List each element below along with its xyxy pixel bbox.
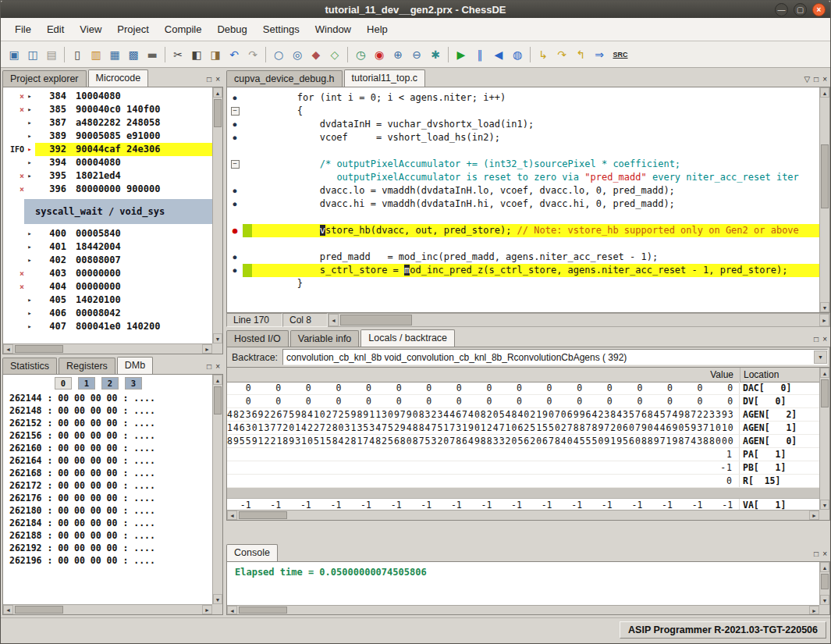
workspace-icon[interactable]: ▤ [42, 45, 61, 64]
minimize-button[interactable]: — [775, 3, 788, 16]
scroll-thumb[interactable] [821, 574, 829, 589]
scroll-down-icon[interactable]: ▼ [213, 333, 222, 343]
microcode-row[interactable]: ×▸38410004080 [3, 90, 212, 103]
microcode-row[interactable]: IFO▸39290044caf 24e306 [3, 143, 212, 156]
code-line[interactable] [227, 237, 819, 251]
paste-icon[interactable]: ◨ [206, 45, 225, 64]
code-line[interactable] [227, 144, 819, 158]
tab-registers[interactable]: Registers [59, 358, 115, 374]
float-panel-icon[interactable]: □ [814, 75, 819, 84]
scroll-track[interactable] [820, 378, 829, 500]
scroll-up-icon[interactable]: ▲ [820, 87, 829, 98]
microcode-row[interactable]: ▸39400004080 [3, 156, 212, 169]
menu-window[interactable]: Window [307, 20, 359, 39]
microcode-row[interactable]: ×▸39518021ed4 [3, 169, 212, 183]
scroll-up-icon[interactable]: ▲ [213, 87, 222, 98]
code-line[interactable] [227, 211, 819, 224]
reset-icon[interactable]: ◀ [489, 45, 508, 64]
memory-row[interactable]: 262164 : 00 00 00 00 : .... [3, 454, 212, 467]
menu-project[interactable]: Project [109, 20, 156, 39]
tab-list-icon[interactable]: ▽ [804, 75, 810, 84]
memory-row[interactable]: 262148 : 00 00 00 00 : .... [3, 404, 212, 417]
code-line[interactable]: ● vcoef = vshort_load_hs(in2); [227, 131, 819, 144]
code-line[interactable]: ● for (int i = 0; i < agens.niter; i++) [227, 91, 819, 105]
step-into-icon[interactable]: ↳ [534, 45, 552, 64]
save-all-icon[interactable]: ▩ [124, 45, 143, 64]
code-line[interactable]: ● dvacc.hi = vmaddh(dvdataInH.hi, vcoef,… [227, 197, 819, 211]
tab-microcode[interactable]: Microcode [88, 69, 149, 87]
maximize-button[interactable]: ▢ [794, 3, 807, 16]
float-panel-icon[interactable]: □ [814, 550, 819, 558]
memory-row[interactable]: 262168 : 00 00 00 00 : .... [3, 467, 212, 479]
close-panel-icon[interactable]: × [822, 550, 827, 558]
vertical-scrollbar[interactable]: ▲ ▼ [819, 87, 829, 312]
vertical-scrollbar[interactable]: ▲ ▼ [212, 375, 222, 604]
print-icon[interactable]: ▬ [143, 45, 162, 64]
microcode-row[interactable]: ×40400000000 [3, 280, 212, 294]
tab-console[interactable]: Console [226, 544, 278, 561]
code-line[interactable]: outputPixelAccumulator is reset to zero … [227, 171, 819, 184]
file-tab-tutorial11-top-c[interactable]: tutorial11_top.c [344, 69, 426, 87]
redo-icon[interactable]: ↷ [243, 45, 262, 64]
table-row[interactable]: 00000000000000000DAC[ 0] [227, 382, 819, 395]
scroll-track[interactable] [213, 385, 222, 594]
src-level-icon[interactable]: SRC [609, 45, 632, 64]
fold-icon[interactable]: − [231, 160, 240, 169]
scroll-left-icon[interactable]: ◄ [227, 606, 237, 614]
stop-icon[interactable]: ◉ [370, 45, 389, 64]
chevron-down-icon[interactable]: ▼ [814, 350, 827, 364]
memory-row[interactable]: 262160 : 00 00 00 00 : .... [3, 442, 212, 454]
goto-line-icon[interactable]: ◇ [325, 45, 344, 64]
save-icon[interactable]: ▦ [105, 45, 124, 64]
new-file-icon[interactable]: ▯ [68, 45, 87, 64]
scroll-up-icon[interactable]: ▲ [213, 375, 222, 385]
microcode-row[interactable]: ▸40200808007 [3, 254, 212, 267]
close-panel-icon[interactable]: × [822, 335, 827, 343]
power-icon[interactable]: ◍ [508, 45, 527, 64]
memory-row[interactable]: 262156 : 00 00 00 00 : .... [3, 429, 212, 442]
memory-row[interactable]: 262188 : 00 00 00 00 : .... [3, 529, 212, 542]
code-line[interactable]: ● dvacc.lo = vmaddh(dvdataInH.lo, vcoef,… [227, 184, 819, 197]
scroll-right-icon[interactable]: ► [809, 606, 819, 614]
menu-file[interactable]: File [7, 20, 39, 39]
scroll-thumb[interactable] [239, 607, 287, 614]
location-column-header[interactable]: Location [740, 368, 819, 382]
memory-row[interactable]: 262196 : 00 00 00 00 : .... [3, 554, 212, 567]
tab-statistics[interactable]: Statistics [2, 358, 57, 374]
find-icon[interactable]: ○ [269, 45, 288, 64]
tab-locals-backtrace[interactable]: Locals / backtrace [360, 329, 455, 347]
memory-row[interactable]: 262176 : 00 00 00 00 : .... [3, 492, 212, 504]
microcode-row[interactable]: ▸38990005085 e91000 [3, 130, 212, 143]
microcode-row[interactable]: ▸40118442004 [3, 240, 212, 254]
menu-compile[interactable]: Compile [157, 20, 210, 39]
close-panel-icon[interactable]: × [215, 362, 220, 371]
scroll-track[interactable] [213, 98, 222, 333]
scroll-thumb[interactable] [214, 386, 222, 415]
file-tab-cupva-device-debug-h[interactable]: cupva_device_debug.h [226, 70, 343, 87]
copy-icon[interactable]: ◧ [187, 45, 206, 64]
float-panel-icon[interactable]: □ [207, 75, 211, 84]
microcode-row[interactable]: ×▸385900040c0 140f00 [3, 103, 212, 116]
scroll-right-icon[interactable]: ► [202, 605, 212, 614]
bookmark-icon[interactable]: ◆ [307, 45, 325, 64]
code-line[interactable]: ● s_ctrl_store = mod_inc_pred_z(s_ctrl_s… [227, 264, 819, 277]
horizontal-scrollbar[interactable]: ◄ ► [3, 604, 212, 614]
table-row[interactable]: -1PB[ 1] [227, 461, 819, 475]
step-over-icon[interactable]: ↷ [552, 45, 571, 64]
scroll-thumb[interactable] [15, 606, 63, 614]
scroll-track[interactable] [820, 572, 829, 595]
scroll-down-icon[interactable]: ▼ [213, 594, 222, 604]
menu-edit[interactable]: Edit [39, 20, 72, 39]
table-row[interactable]: 1PA[ 1] [227, 448, 819, 461]
code-line[interactable]: − /* outputPixelAccumulator += (int32_t)… [227, 158, 819, 171]
scroll-left-icon[interactable]: ◄ [227, 511, 237, 520]
table-row[interactable] [227, 488, 819, 499]
zoom-out-icon[interactable]: ⊖ [407, 45, 426, 64]
run-to-line-icon[interactable]: ⇒ [590, 45, 609, 64]
scroll-up-icon[interactable]: ▲ [820, 562, 829, 572]
vertical-scrollbar[interactable]: ▲ ▼ [819, 368, 829, 510]
scroll-down-icon[interactable]: ▼ [820, 595, 829, 605]
scroll-track[interactable] [13, 344, 202, 354]
scroll-down-icon[interactable]: ▼ [820, 302, 829, 312]
menu-settings[interactable]: Settings [255, 20, 307, 39]
